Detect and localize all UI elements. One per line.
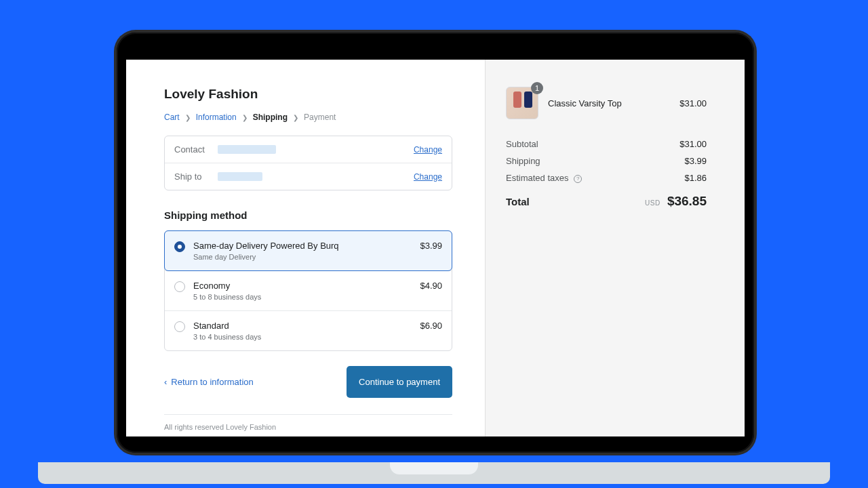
laptop-base [38,462,830,484]
shipto-label: Ship to [174,171,218,182]
navigation-row: ‹ Return to information Continue to paym… [164,366,452,398]
chevron-right-icon: ❯ [185,114,191,121]
radio-icon [174,241,185,252]
product-name: Classic Varsity Top [548,98,670,108]
radio-icon [174,321,185,332]
breadcrumb-shipping: Shipping [253,113,288,122]
order-summary: 1 Classic Varsity Top $31.00 Subtotal $3… [486,60,745,436]
breadcrumb: Cart ❯ Information ❯ Shipping ❯ Payment [164,113,452,122]
product-price: $31.00 [679,98,707,108]
change-contact-link[interactable]: Change [414,145,442,155]
continue-to-payment-button[interactable]: Continue to payment [347,366,452,398]
subtotal-label: Subtotal [506,139,538,149]
shipping-option-title: Same-day Delivery Powered By Burq [193,241,412,251]
shipping-option-price: $3.99 [420,241,442,251]
breadcrumb-payment: Payment [304,113,336,122]
laptop-frame: Lovely Fashion Cart ❯ Information ❯ Ship… [117,33,754,453]
checkout-window: Lovely Fashion Cart ❯ Information ❯ Ship… [126,60,745,436]
total-value: $36.85 [667,194,707,208]
contact-value-redacted [218,145,276,154]
review-contact-row: Contact Change [165,136,452,163]
review-box: Contact Change Ship to Change [164,136,452,190]
return-to-information-link[interactable]: ‹ Return to information [164,377,254,387]
shipping-option-burq[interactable]: Same-day Delivery Powered By Burq Same d… [164,230,452,271]
change-shipto-link[interactable]: Change [414,172,442,182]
cart-line-item: 1 Classic Varsity Top $31.00 [506,87,707,119]
shipping-value: $3.99 [684,156,707,166]
shipping-option-economy[interactable]: Economy 5 to 8 business days $4.90 [165,270,452,310]
contact-label: Contact [174,144,218,155]
store-title: Lovely Fashion [164,87,452,102]
footer-text: All rights reserved Lovely Fashion [164,415,452,431]
shipping-options: Same-day Delivery Powered By Burq Same d… [164,230,452,351]
shipping-option-price: $6.90 [420,321,442,331]
shipping-option-title: Standard [193,321,412,331]
chevron-right-icon: ❯ [242,114,248,121]
totals-block: Subtotal $31.00 Shipping $3.99 Estimated… [506,136,707,212]
shipping-option-subtitle: Same day Delivery [193,253,412,261]
shipping-option-price: $4.90 [420,281,442,291]
radio-icon [174,281,185,292]
shipping-option-standard[interactable]: Standard 3 to 4 business days $6.90 [165,310,452,350]
shipping-label: Shipping [506,156,540,166]
taxes-value: $1.86 [684,173,707,183]
return-label: Return to information [171,377,253,387]
total-label: Total [506,196,530,207]
shipping-option-subtitle: 3 to 4 business days [193,333,412,341]
info-icon[interactable]: ? [574,175,582,183]
quantity-badge: 1 [531,82,543,94]
checkout-main: Lovely Fashion Cart ❯ Information ❯ Ship… [126,60,486,436]
shipping-option-subtitle: 5 to 8 business days [193,293,412,301]
review-shipto-row: Ship to Change [165,163,452,190]
breadcrumb-cart[interactable]: Cart [164,113,180,122]
subtotal-value: $31.00 [679,139,707,149]
product-thumbnail: 1 [506,87,538,119]
currency-code: USD [645,199,660,207]
chevron-right-icon: ❯ [293,114,298,121]
taxes-label: Estimated taxes ? [506,173,582,183]
shipping-option-title: Economy [193,281,412,291]
shipto-value-redacted [218,172,262,181]
chevron-left-icon: ‹ [164,377,167,387]
shipping-method-heading: Shipping method [164,209,452,221]
laptop-notch [390,462,478,474]
breadcrumb-information[interactable]: Information [196,113,237,122]
